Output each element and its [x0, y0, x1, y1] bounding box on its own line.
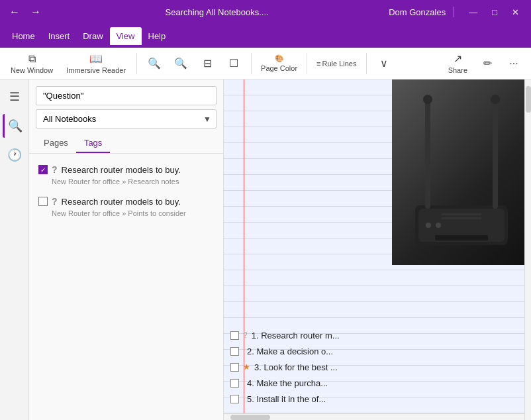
- page-color-icon: 🎨: [275, 54, 284, 63]
- svg-rect-5: [493, 99, 498, 209]
- note-scrollbar[interactable]: [524, 79, 531, 420]
- page-view-icon: ☐: [229, 57, 238, 70]
- check-box-2[interactable]: [230, 347, 239, 356]
- notebook-select-wrap: All Notebooks New Router for office ▼: [29, 109, 223, 134]
- zoom-in-icon: 🔍: [174, 57, 187, 70]
- result-title-1: Research router models to buy.: [62, 165, 181, 175]
- ink-icon: ✏: [483, 57, 492, 70]
- check-tag-1: ?: [243, 331, 248, 340]
- forward-button[interactable]: →: [26, 5, 45, 19]
- result-path-1: New Router for office » Research notes: [38, 178, 214, 185]
- result-tag-icon-2: ?: [52, 196, 58, 207]
- menu-draw[interactable]: Draw: [76, 27, 109, 45]
- minimize-button[interactable]: —: [462, 6, 484, 19]
- check-row-1: ? 1. Research router m...: [230, 327, 531, 343]
- notebooks-button[interactable]: ☰: [3, 85, 26, 109]
- check-box-3[interactable]: [230, 363, 239, 372]
- svg-rect-4: [425, 99, 430, 209]
- menu-home[interactable]: Home: [5, 27, 42, 45]
- result-header-2: ? Research router models to buy.: [38, 196, 214, 207]
- titlebar-title: Searching All Notebooks....: [45, 7, 389, 17]
- share-label: Share: [448, 66, 467, 74]
- result-tag-icon-1: ?: [52, 164, 58, 175]
- toolbar-separator-3: [307, 53, 307, 74]
- list-item[interactable]: ? Research router models to buy. New Rou…: [29, 191, 223, 223]
- result-title-2: Research router models to buy.: [62, 197, 181, 207]
- svg-point-2: [426, 223, 431, 228]
- rule-lines-label: Rule Lines: [322, 60, 357, 68]
- toolbar: ⧉ New Window 📖 Immersive Reader 🔍 🔍 ⊟ ☐ …: [0, 48, 531, 79]
- user-name: Dom Gonzales: [389, 7, 446, 17]
- rule-lines-button[interactable]: ≡ Rule Lines: [313, 57, 360, 70]
- titlebar: ← → Searching All Notebooks.... Dom Gonz…: [0, 0, 531, 24]
- titlebar-user-area: Dom Gonzales — □ ✕: [389, 6, 526, 19]
- history-button[interactable]: 🕐: [3, 143, 26, 167]
- icon-strip: ☰ 🔍 🕐: [0, 79, 29, 420]
- share-button[interactable]: ↗ Share: [443, 50, 473, 77]
- page-color-button[interactable]: 🎨 Page Color: [257, 52, 301, 75]
- overflow-button[interactable]: ···: [502, 55, 526, 72]
- close-button[interactable]: ✕: [505, 6, 526, 19]
- note-hscrollbar-thumb[interactable]: [230, 415, 270, 420]
- search-input[interactable]: [36, 86, 217, 105]
- menu-insert[interactable]: Insert: [42, 27, 77, 45]
- check-row-2: 2. Make a decision o...: [230, 343, 531, 359]
- ink-button[interactable]: ✏: [475, 54, 499, 72]
- result-path-2: New Router for office » Points to consid…: [38, 209, 214, 217]
- svg-rect-10: [442, 217, 481, 219]
- tab-tags[interactable]: Tags: [76, 134, 110, 153]
- page-width-button[interactable]: ⊟: [195, 54, 219, 72]
- zoom-out-button[interactable]: 🔍: [142, 54, 166, 72]
- notebook-select[interactable]: All Notebooks New Router for office: [36, 109, 217, 129]
- check-box-4[interactable]: [230, 379, 239, 388]
- titlebar-divider: [454, 7, 454, 17]
- new-window-icon: ⧉: [28, 53, 36, 65]
- note-scrollbar-thumb[interactable]: [526, 86, 531, 113]
- more-button[interactable]: ∨: [372, 54, 396, 72]
- result-checkbox-1[interactable]: [38, 165, 48, 174]
- search-tabs: Pages Tags: [29, 134, 223, 154]
- result-checkbox-2[interactable]: [38, 197, 48, 206]
- check-box-5[interactable]: [230, 395, 239, 403]
- search-input-wrap: [29, 79, 223, 109]
- list-item[interactable]: ? Research router models to buy. New Rou…: [29, 159, 223, 191]
- main-layout: ☰ 🔍 🕐 All Notebooks New Router for offic…: [0, 79, 531, 420]
- titlebar-nav[interactable]: ← →: [5, 5, 45, 19]
- page-width-icon: ⊟: [203, 57, 212, 70]
- check-row-4: 4. Make the purcha...: [230, 375, 531, 391]
- check-box-1[interactable]: [230, 331, 239, 340]
- share-icon: ↗: [454, 52, 462, 65]
- immersive-reader-button[interactable]: 📖 Immersive Reader: [61, 50, 131, 77]
- menu-help[interactable]: Help: [142, 27, 173, 45]
- back-button[interactable]: ←: [5, 5, 24, 19]
- svg-point-7: [491, 95, 500, 104]
- menubar: Home Insert Draw View Help: [0, 24, 531, 48]
- menu-view[interactable]: View: [110, 27, 142, 45]
- page-view-button[interactable]: ☐: [222, 54, 246, 72]
- window-controls[interactable]: — □ ✕: [462, 6, 526, 19]
- result-header-1: ? Research router models to buy.: [38, 164, 214, 175]
- zoom-in-button[interactable]: 🔍: [169, 54, 193, 72]
- toolbar-separator-2: [251, 53, 252, 74]
- notebook-select-container: All Notebooks New Router for office ▼: [36, 109, 217, 129]
- svg-rect-8: [435, 235, 488, 240]
- toolbar-separator-4: [366, 53, 367, 74]
- new-window-button[interactable]: ⧉ New Window: [5, 50, 58, 77]
- check-row-5: 5. Install it in the of...: [230, 391, 531, 407]
- zoom-out-icon: 🔍: [148, 57, 161, 70]
- svg-point-6: [423, 95, 432, 104]
- check-text-5: 5. Install it in the of...: [247, 394, 326, 404]
- immersive-reader-label: Immersive Reader: [66, 66, 126, 74]
- note-hscrollbar[interactable]: [224, 413, 524, 420]
- maximize-button[interactable]: □: [485, 6, 504, 19]
- svg-rect-9: [442, 213, 481, 215]
- overflow-icon: ···: [509, 58, 518, 70]
- search-button[interactable]: 🔍: [3, 114, 26, 138]
- router-svg: [395, 86, 528, 258]
- toolbar-separator-1: [136, 53, 137, 74]
- checklist: ? 1. Research router m... 2. Make a deci…: [230, 327, 531, 407]
- more-icon: ∨: [380, 57, 388, 70]
- immersive-reader-icon: 📖: [89, 52, 103, 65]
- tab-pages[interactable]: Pages: [36, 134, 76, 153]
- check-text-1: 1. Research router m...: [252, 331, 340, 341]
